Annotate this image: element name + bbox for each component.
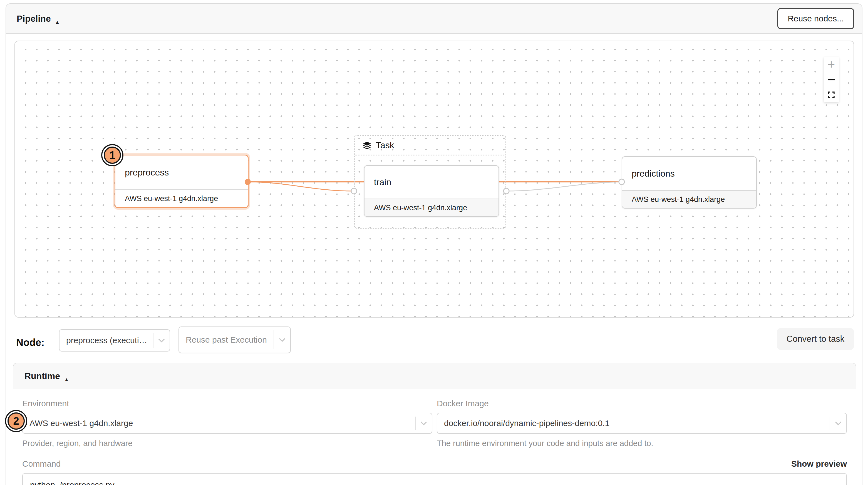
node-environment: AWS eu-west-1 g4dn.xlarge [115,190,248,207]
environment-help: Provider, region, and hardware [22,439,432,448]
command-field-group: Command Show preview python ./preprocess… [22,459,847,485]
pipeline-section-toggle[interactable]: Pipeline [17,13,61,24]
docker-image-select[interactable]: docker.io/noorai/dynamic-pipelines-demo:… [437,413,847,434]
docker-image-label: Docker Image [437,399,847,408]
annotation-badge-2-number: 2 [7,413,25,430]
plus-icon: + [828,58,835,71]
command-label: Command [22,459,61,468]
edge-preprocess-to-task [248,182,354,191]
environment-label: Environment [22,399,432,408]
runtime-panel-header: Runtime [13,363,856,389]
annotation-badge-2: 2 [5,410,27,432]
environment-select[interactable]: AWS eu-west-1 g4dn.xlarge [22,413,432,434]
zoom-in-button[interactable]: + [824,57,839,72]
reuse-past-execution-select[interactable]: Reuse past Execution [179,327,291,353]
node-select-value: preprocess (executi… [60,336,168,345]
task-group-header: Task [355,136,505,155]
node-title: train [365,166,498,199]
layers-icon [363,141,371,150]
pipeline-panel: Pipeline Reuse nodes... T [6,3,862,485]
edge-task-to-predictions [506,182,622,191]
node-bar-label: Node: [16,332,44,354]
collapse-caret-icon [55,16,61,22]
canvas-controls: + [824,57,839,102]
chevron-down-icon [415,417,432,430]
reuse-nodes-button[interactable]: Reuse nodes... [777,8,854,29]
runtime-panel-body: Environment AWS eu-west-1 g4dn.xlarge Pr… [13,389,856,485]
collapse-caret-icon [64,373,70,379]
node-select[interactable]: preprocess (executi… [59,329,170,352]
environment-select-value: AWS eu-west-1 g4dn.xlarge [23,419,154,428]
environment-field-group: Environment AWS eu-west-1 g4dn.xlarge Pr… [22,399,432,448]
minus-icon [828,79,835,80]
annotation-badge-1: 1 [101,144,123,166]
fit-view-button[interactable] [824,87,839,102]
node-title: preprocess [115,155,248,190]
show-preview-toggle[interactable]: Show preview [791,459,847,468]
pipeline-panel-header: Pipeline Reuse nodes... [6,4,862,34]
pipeline-section-title: Pipeline [17,13,51,24]
chevron-down-icon [830,417,846,430]
node-train[interactable]: train AWS eu-west-1 g4dn.xlarge [364,165,499,217]
pipeline-canvas[interactable]: Task preprocess AWS eu-west-1 g4dn.xlarg… [14,40,854,317]
annotation-badge-1-number: 1 [104,147,121,164]
node-environment: AWS eu-west-1 g4dn.xlarge [622,191,756,208]
node-title: predictions [622,157,756,191]
node-predictions[interactable]: predictions AWS eu-west-1 g4dn.xlarge [622,156,757,209]
node-environment: AWS eu-west-1 g4dn.xlarge [365,199,498,216]
reuse-select-value: Reuse past Execution [179,335,286,345]
node-preprocess[interactable]: preprocess AWS eu-west-1 g4dn.xlarge [115,155,249,208]
fit-view-icon [828,91,835,99]
task-group-label: Task [376,140,394,150]
docker-image-select-value: docker.io/noorai/dynamic-pipelines-demo:… [437,419,630,428]
runtime-panel: Runtime Environment AWS eu-west-1 g4dn.x… [13,363,856,485]
command-input[interactable]: python ./preprocess.py [22,473,847,485]
runtime-section-title: Runtime [25,371,60,381]
pipeline-editor-page: Pipeline Reuse nodes... T [0,0,868,485]
docker-image-field-group: Docker Image docker.io/noorai/dynamic-pi… [437,399,847,448]
convert-to-task-button[interactable]: Convert to task [777,328,854,350]
chevron-down-icon [274,330,290,349]
runtime-section-toggle[interactable]: Runtime [25,371,70,381]
chevron-down-icon [153,333,169,347]
docker-image-help: The runtime environment your code and in… [437,439,847,448]
zoom-out-button[interactable] [824,72,839,87]
